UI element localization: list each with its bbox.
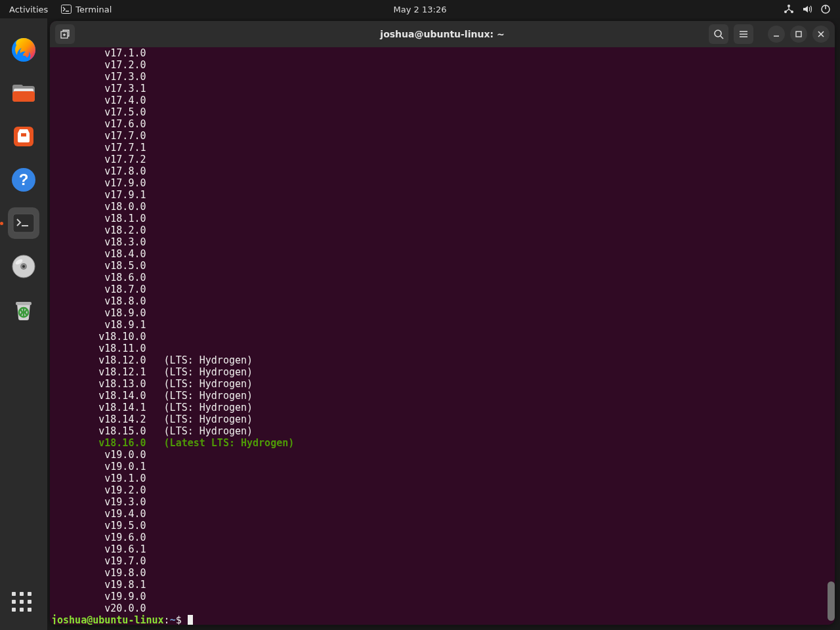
- terminal-line: v18.0.0: [51, 201, 833, 213]
- svg-point-19: [22, 265, 25, 268]
- terminal-line: v19.3.0: [51, 496, 833, 508]
- terminal-line: v18.15.0 (LTS: Hydrogen): [51, 425, 833, 437]
- terminal-line: v18.9.1: [51, 319, 833, 331]
- dock-software[interactable]: [8, 121, 39, 152]
- dock-help[interactable]: ?: [8, 164, 39, 196]
- terminal-line: v18.13.0 (LTS: Hydrogen): [51, 378, 833, 390]
- show-applications-button[interactable]: [12, 592, 35, 616]
- terminal-line: v20.0.0: [51, 602, 833, 614]
- terminal-line: v18.4.0: [51, 248, 833, 260]
- terminal-line: v19.0.1: [51, 461, 833, 472]
- terminal-indicator-icon: [61, 4, 72, 14]
- terminal-line: v18.10.0: [51, 331, 833, 343]
- terminal-line: v19.2.0: [51, 484, 833, 496]
- current-app-label: Terminal: [75, 5, 112, 14]
- new-tab-button[interactable]: [55, 24, 75, 44]
- svg-point-24: [715, 30, 721, 37]
- network-icon[interactable]: [784, 4, 794, 14]
- svg-rect-10: [12, 91, 35, 102]
- terminal-line: v18.14.1 (LTS: Hydrogen): [51, 402, 833, 413]
- terminal-line: v19.0.0: [51, 449, 833, 461]
- terminal-window: joshua@ubuntu-linux: ~ v17.1.0 v17.2.0: [50, 21, 835, 625]
- terminal-line: v17.4.0: [51, 94, 833, 106]
- svg-line-25: [721, 36, 723, 39]
- terminal-line: v17.9.1: [51, 189, 833, 201]
- svg-rect-27: [796, 32, 801, 37]
- terminal-line: v17.3.1: [51, 83, 833, 94]
- svg-rect-21: [16, 302, 32, 305]
- dock-disc[interactable]: [8, 251, 39, 282]
- terminal-line: v19.8.1: [51, 579, 833, 591]
- terminal-line: v19.1.0: [51, 472, 833, 484]
- terminal-line: v18.9.0: [51, 307, 833, 319]
- terminal-line: v18.12.0 (LTS: Hydrogen): [51, 354, 833, 366]
- top-panel: Activities Terminal May 2 13:26: [0, 0, 840, 18]
- terminal-line: v18.16.0 (Latest LTS: Hydrogen): [51, 437, 833, 449]
- current-app-menu[interactable]: Terminal: [61, 4, 112, 14]
- dock-trash[interactable]: [8, 294, 39, 326]
- terminal-viewport[interactable]: v17.1.0 v17.2.0 v17.3.0 v17.3.1 v17.4.0 …: [50, 47, 835, 625]
- terminal-line: v18.11.0: [51, 343, 833, 354]
- scrollbar-thumb[interactable]: [828, 581, 835, 621]
- terminal-line: v19.9.0: [51, 591, 833, 602]
- terminal-line: v18.1.0: [51, 213, 833, 224]
- window-titlebar: joshua@ubuntu-linux: ~: [50, 21, 835, 47]
- terminal-line: v19.6.0: [51, 532, 833, 543]
- terminal-line: v18.12.1 (LTS: Hydrogen): [51, 366, 833, 378]
- power-icon[interactable]: [820, 4, 831, 14]
- terminal-line: v18.6.0: [51, 272, 833, 284]
- terminal-line: v17.3.0: [51, 71, 833, 83]
- terminal-line: v18.2.0: [51, 224, 833, 236]
- terminal-line: v17.8.0: [51, 165, 833, 177]
- dock-files[interactable]: [8, 77, 39, 109]
- terminal-line: v17.2.0: [51, 59, 833, 71]
- dock: ?: [0, 18, 47, 630]
- svg-rect-15: [13, 214, 34, 232]
- terminal-line: v19.6.1: [51, 543, 833, 555]
- minimize-button[interactable]: [768, 26, 785, 43]
- activities-button[interactable]: Activities: [9, 5, 48, 14]
- terminal-line: v17.7.1: [51, 142, 833, 154]
- maximize-button[interactable]: [790, 26, 807, 43]
- svg-rect-12: [21, 133, 26, 136]
- terminal-line: v19.4.0: [51, 508, 833, 520]
- hamburger-menu-button[interactable]: [734, 24, 753, 44]
- terminal-line: v18.3.0: [51, 236, 833, 248]
- terminal-line: v17.7.2: [51, 154, 833, 165]
- svg-point-1: [788, 5, 790, 7]
- volume-icon[interactable]: [802, 4, 812, 14]
- close-button[interactable]: [812, 26, 830, 43]
- terminal-line: v18.14.2 (LTS: Hydrogen): [51, 413, 833, 425]
- dock-firefox[interactable]: [8, 34, 39, 66]
- terminal-line: v19.7.0: [51, 555, 833, 567]
- svg-rect-0: [62, 5, 72, 14]
- terminal-prompt[interactable]: joshua@ubuntu-linux:~$: [51, 614, 833, 625]
- terminal-line: v18.7.0: [51, 284, 833, 295]
- terminal-line: v18.5.0: [51, 260, 833, 272]
- dock-terminal[interactable]: [8, 207, 39, 239]
- window-title: joshua@ubuntu-linux: ~: [380, 29, 504, 39]
- terminal-line: v18.8.0: [51, 295, 833, 307]
- terminal-line: v18.14.0 (LTS: Hydrogen): [51, 390, 833, 402]
- terminal-line: v17.1.0: [51, 47, 833, 59]
- terminal-line: v17.9.0: [51, 177, 833, 189]
- terminal-line: v17.5.0: [51, 106, 833, 118]
- svg-text:?: ?: [19, 171, 29, 188]
- terminal-line: v19.5.0: [51, 520, 833, 532]
- terminal-scrollbar[interactable]: [827, 47, 835, 623]
- terminal-line: v19.8.0: [51, 567, 833, 579]
- terminal-line: v17.6.0: [51, 118, 833, 130]
- clock[interactable]: May 2 13:26: [394, 5, 447, 14]
- search-button[interactable]: [709, 24, 728, 44]
- terminal-line: v17.7.0: [51, 130, 833, 142]
